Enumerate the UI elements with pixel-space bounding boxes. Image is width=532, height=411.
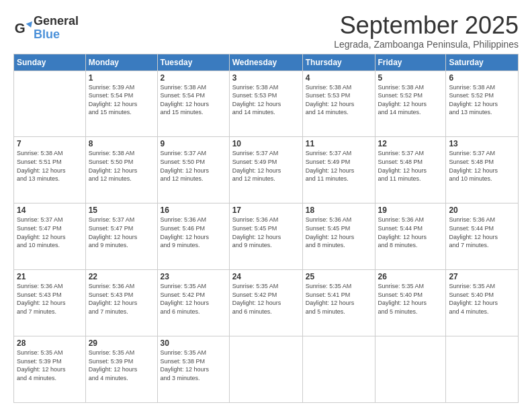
calendar-cell: 30Sunrise: 5:35 AM Sunset: 5:38 PM Dayli…	[157, 336, 229, 403]
main-title: September 2025	[334, 12, 519, 39]
calendar-cell: 4Sunrise: 5:38 AM Sunset: 5:53 PM Daylig…	[302, 71, 375, 137]
day-number: 19	[378, 205, 443, 215]
calendar-cell: 20Sunrise: 5:36 AM Sunset: 5:44 PM Dayli…	[446, 203, 519, 270]
day-number: 10	[232, 139, 300, 148]
day-info: Sunrise: 5:37 AM Sunset: 5:49 PM Dayligh…	[232, 149, 300, 183]
calendar-cell: 8Sunrise: 5:38 AM Sunset: 5:50 PM Daylig…	[85, 137, 157, 203]
day-info: Sunrise: 5:37 AM Sunset: 5:48 PM Dayligh…	[449, 149, 515, 183]
day-number: 2	[161, 73, 226, 83]
calendar-cell	[375, 336, 446, 403]
day-number: 9	[161, 139, 226, 148]
day-number: 12	[378, 139, 443, 148]
calendar-cell: 10Sunrise: 5:37 AM Sunset: 5:49 PM Dayli…	[229, 137, 302, 203]
calendar-cell: 24Sunrise: 5:35 AM Sunset: 5:42 PM Dayli…	[229, 270, 302, 336]
day-info: Sunrise: 5:37 AM Sunset: 5:47 PM Dayligh…	[17, 216, 83, 249]
logo-text-line1: General	[34, 15, 79, 28]
calendar-cell: 23Sunrise: 5:35 AM Sunset: 5:42 PM Dayli…	[157, 270, 229, 336]
day-info: Sunrise: 5:38 AM Sunset: 5:51 PM Dayligh…	[17, 149, 83, 183]
day-info: Sunrise: 5:37 AM Sunset: 5:48 PM Dayligh…	[378, 149, 443, 183]
day-info: Sunrise: 5:35 AM Sunset: 5:41 PM Dayligh…	[306, 282, 372, 316]
day-info: Sunrise: 5:38 AM Sunset: 5:50 PM Dayligh…	[89, 149, 154, 183]
week-row-4: 21Sunrise: 5:36 AM Sunset: 5:43 PM Dayli…	[14, 270, 519, 336]
day-info: Sunrise: 5:36 AM Sunset: 5:43 PM Dayligh…	[17, 282, 83, 316]
day-info: Sunrise: 5:38 AM Sunset: 5:52 PM Dayligh…	[449, 83, 515, 117]
calendar-cell: 11Sunrise: 5:37 AM Sunset: 5:49 PM Dayli…	[302, 137, 375, 203]
day-number: 23	[161, 272, 226, 281]
calendar-cell: 25Sunrise: 5:35 AM Sunset: 5:41 PM Dayli…	[302, 270, 375, 336]
day-number: 29	[89, 338, 154, 348]
logo-icon: G	[13, 19, 32, 38]
day-number: 20	[449, 205, 515, 215]
calendar-cell: 29Sunrise: 5:35 AM Sunset: 5:39 PM Dayli…	[85, 336, 157, 403]
svg-marker-1	[26, 21, 32, 28]
calendar-cell: 19Sunrise: 5:36 AM Sunset: 5:44 PM Dayli…	[375, 203, 446, 270]
day-info: Sunrise: 5:36 AM Sunset: 5:45 PM Dayligh…	[306, 216, 372, 249]
calendar-header-monday: Monday	[85, 54, 157, 71]
calendar-cell: 28Sunrise: 5:35 AM Sunset: 5:39 PM Dayli…	[14, 336, 86, 403]
day-info: Sunrise: 5:36 AM Sunset: 5:46 PM Dayligh…	[161, 216, 226, 249]
calendar-cell	[14, 71, 86, 137]
day-info: Sunrise: 5:36 AM Sunset: 5:44 PM Dayligh…	[449, 216, 515, 249]
day-info: Sunrise: 5:37 AM Sunset: 5:49 PM Dayligh…	[306, 149, 372, 183]
calendar-cell: 1Sunrise: 5:39 AM Sunset: 5:54 PM Daylig…	[85, 71, 157, 137]
calendar-cell: 13Sunrise: 5:37 AM Sunset: 5:48 PM Dayli…	[446, 137, 519, 203]
day-number: 30	[161, 338, 226, 348]
logo-text-line2: Blue	[34, 28, 79, 42]
calendar-header-saturday: Saturday	[446, 54, 519, 71]
day-info: Sunrise: 5:35 AM Sunset: 5:39 PM Dayligh…	[89, 349, 154, 382]
day-number: 21	[17, 272, 83, 281]
day-info: Sunrise: 5:35 AM Sunset: 5:38 PM Dayligh…	[161, 349, 226, 382]
day-info: Sunrise: 5:35 AM Sunset: 5:42 PM Dayligh…	[232, 282, 300, 316]
day-number: 8	[89, 139, 154, 148]
day-info: Sunrise: 5:35 AM Sunset: 5:40 PM Dayligh…	[449, 282, 515, 316]
calendar-cell: 5Sunrise: 5:38 AM Sunset: 5:52 PM Daylig…	[375, 71, 446, 137]
calendar-cell: 9Sunrise: 5:37 AM Sunset: 5:50 PM Daylig…	[157, 137, 229, 203]
day-number: 22	[89, 272, 154, 281]
day-number: 16	[161, 205, 226, 215]
day-info: Sunrise: 5:37 AM Sunset: 5:47 PM Dayligh…	[89, 216, 154, 249]
subtitle: Legrada, Zamboanga Peninsula, Philippine…	[334, 39, 519, 50]
calendar-cell: 22Sunrise: 5:36 AM Sunset: 5:43 PM Dayli…	[85, 270, 157, 336]
calendar-cell	[446, 336, 519, 403]
day-info: Sunrise: 5:36 AM Sunset: 5:44 PM Dayligh…	[378, 216, 443, 249]
calendar-cell: 15Sunrise: 5:37 AM Sunset: 5:47 PM Dayli…	[85, 203, 157, 270]
title-block: September 2025 Legrada, Zamboanga Penins…	[334, 12, 519, 50]
day-number: 25	[306, 272, 372, 281]
calendar-header-row: SundayMondayTuesdayWednesdayThursdayFrid…	[14, 54, 519, 71]
calendar-cell: 27Sunrise: 5:35 AM Sunset: 5:40 PM Dayli…	[446, 270, 519, 336]
logo: G General Blue	[13, 15, 79, 42]
calendar-cell: 17Sunrise: 5:36 AM Sunset: 5:45 PM Dayli…	[229, 203, 302, 270]
day-number: 7	[17, 139, 83, 148]
day-number: 3	[232, 73, 300, 83]
day-number: 18	[306, 205, 372, 215]
day-number: 13	[449, 139, 515, 148]
day-number: 17	[232, 205, 300, 215]
week-row-2: 7Sunrise: 5:38 AM Sunset: 5:51 PM Daylig…	[14, 137, 519, 203]
day-info: Sunrise: 5:35 AM Sunset: 5:42 PM Dayligh…	[161, 282, 226, 316]
calendar-cell: 12Sunrise: 5:37 AM Sunset: 5:48 PM Dayli…	[375, 137, 446, 203]
calendar-cell: 7Sunrise: 5:38 AM Sunset: 5:51 PM Daylig…	[14, 137, 86, 203]
calendar-cell: 6Sunrise: 5:38 AM Sunset: 5:52 PM Daylig…	[446, 71, 519, 137]
day-info: Sunrise: 5:39 AM Sunset: 5:54 PM Dayligh…	[89, 83, 154, 117]
calendar-header-wednesday: Wednesday	[229, 54, 302, 71]
calendar-header-tuesday: Tuesday	[157, 54, 229, 71]
day-number: 1	[89, 73, 154, 83]
calendar: SundayMondayTuesdayWednesdayThursdayFrid…	[13, 54, 519, 403]
day-number: 24	[232, 272, 300, 281]
day-info: Sunrise: 5:38 AM Sunset: 5:54 PM Dayligh…	[161, 83, 226, 117]
day-info: Sunrise: 5:38 AM Sunset: 5:53 PM Dayligh…	[232, 83, 300, 117]
day-info: Sunrise: 5:36 AM Sunset: 5:45 PM Dayligh…	[232, 216, 300, 249]
day-number: 5	[378, 73, 443, 83]
calendar-header-sunday: Sunday	[14, 54, 86, 71]
day-number: 11	[306, 139, 372, 148]
day-info: Sunrise: 5:38 AM Sunset: 5:53 PM Dayligh…	[306, 83, 372, 117]
day-info: Sunrise: 5:38 AM Sunset: 5:52 PM Dayligh…	[378, 83, 443, 117]
week-row-5: 28Sunrise: 5:35 AM Sunset: 5:39 PM Dayli…	[14, 336, 519, 403]
day-info: Sunrise: 5:36 AM Sunset: 5:43 PM Dayligh…	[89, 282, 154, 316]
day-info: Sunrise: 5:35 AM Sunset: 5:40 PM Dayligh…	[378, 282, 443, 316]
day-number: 6	[449, 73, 515, 83]
calendar-header-friday: Friday	[375, 54, 446, 71]
day-info: Sunrise: 5:35 AM Sunset: 5:39 PM Dayligh…	[17, 349, 83, 382]
header: G General Blue September 2025 Legrada, Z…	[13, 12, 519, 50]
calendar-cell: 2Sunrise: 5:38 AM Sunset: 5:54 PM Daylig…	[157, 71, 229, 137]
